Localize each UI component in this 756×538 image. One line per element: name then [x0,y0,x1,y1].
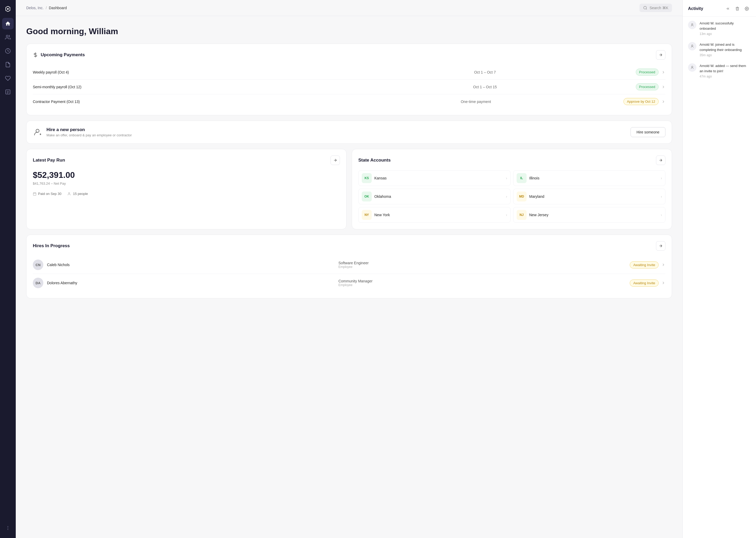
hire-status: Awaiting Invite [630,280,665,287]
latest-pay-run-card: Latest Pay Run $52,391.00 $41,763.24 – N… [26,149,347,229]
state-arrow-icon: › [661,213,662,217]
search-label: Search ⌘K [649,6,668,10]
state-badge: NJ [517,210,527,220]
hires-in-progress-card: Hires In Progress CN Caleb Nichols Softw… [26,235,672,298]
payment-name: Weekly payroll (Oct 4) [33,70,334,74]
sidebar-item-documents[interactable] [2,59,14,71]
hire-row: DA Dolores Abernathy Community Manager E… [33,274,665,292]
pay-run-date-label: Paid on Sep 30 [38,192,62,196]
svg-point-0 [7,8,9,10]
pay-run-title: Latest Pay Run [33,158,65,163]
payment-row-arrow[interactable] [661,70,665,74]
sidebar-item-benefits[interactable] [2,73,14,84]
hire-job-title: Software Engineer [338,261,630,265]
sidebar-item-people[interactable] [2,31,14,43]
activity-item-text: Arnold W. successfully onboarded [699,21,751,31]
svg-point-6 [8,529,8,530]
pay-run-people-label: 15 people [73,192,88,196]
hire-job-title: Community Manager [338,279,630,283]
hire-job-type: Employee [338,265,630,269]
activity-actions [724,5,751,13]
activity-item-time: 13m ago [699,32,751,36]
breadcrumb-separator: / [46,6,47,10]
activity-item: Arnold W. added — send them an invite to… [688,63,751,78]
activity-item-content: Arnold W. added — send them an invite to… [699,63,751,78]
page-content: Good morning, William Upcoming Payments [16,16,683,538]
svg-point-4 [8,526,8,527]
state-accounts-header: State Accounts [358,155,665,165]
payments-expand-button[interactable] [656,50,665,60]
state-row[interactable]: MD Maryland › [513,188,665,204]
state-name: Illinois [529,176,658,180]
activity-item-text: Arnold W. added — send them an invite to… [699,63,751,74]
payment-status-badge: Processed [636,69,659,76]
payment-row: Weekly payroll (Oct 4) Oct 1 – Oct 7 Pro… [33,65,665,80]
activity-collapse-button[interactable] [724,5,732,13]
breadcrumb-page: Dashboard [49,6,67,10]
payments-card-title: Upcoming Payments [41,52,85,58]
activity-panel: Activity Arnold W. successfully onboarde… [683,0,756,538]
payments-title-row: Upcoming Payments [33,52,85,58]
pay-run-expand-button[interactable] [330,155,340,165]
pay-run-date: Paid on Sep 30 [33,192,62,196]
state-name: Maryland [529,194,658,198]
payments-list: Weekly payroll (Oct 4) Oct 1 – Oct 7 Pro… [33,65,665,109]
hire-row-arrow[interactable] [661,263,665,267]
hire-subtitle: Make an offer, onboard & pay an employee… [46,133,132,137]
svg-rect-12 [33,192,36,195]
state-row[interactable]: IL Illinois › [513,170,665,186]
activity-settings-button[interactable] [743,5,751,13]
sidebar-item-payroll[interactable] [2,45,14,57]
hire-title: Hire a new person [46,127,132,133]
pay-run-meta: Paid on Sep 30 15 people [33,192,340,196]
svg-point-7 [644,6,646,9]
content-area: Delos, Inc. / Dashboard Search ⌘K Good m… [16,0,683,538]
state-row[interactable]: OK Oklahoma › [358,188,510,204]
activity-user-icon [688,21,696,29]
payment-row-arrow[interactable] [661,85,665,89]
sidebar-more[interactable] [2,522,14,534]
page-title: Good morning, William [26,27,672,36]
state-badge: NY [362,210,372,220]
activity-item: Arnold W. joined and is completing their… [688,42,751,57]
hire-person-title: Community Manager Employee [338,279,630,287]
state-row[interactable]: KS Kansas › [358,170,510,186]
payment-date: Oct 1 – Oct 15 [334,85,636,89]
payment-status: Processed [636,83,665,90]
search-bar[interactable]: Search ⌘K [639,4,672,12]
svg-point-20 [691,66,693,68]
pay-run-net: $41,763.24 – Net Pay [33,182,340,186]
breadcrumb-company[interactable]: Delos, Inc. [26,6,44,10]
hire-row-arrow[interactable] [661,281,665,285]
breadcrumb: Delos, Inc. / Dashboard [26,6,67,10]
dollar-icon [33,52,38,58]
payment-row: Semi-monthly payroll (Oct 12) Oct 1 – Oc… [33,80,665,94]
activity-item: Arnold W. successfully onboarded 13m ago [688,21,751,36]
hire-card: Hire a new person Make an offer, onboard… [26,121,672,144]
hire-someone-button[interactable]: Hire someone [631,127,665,137]
sidebar-item-reports[interactable] [2,86,14,98]
state-name: Oklahoma [374,194,503,198]
hire-person-info: Dolores Abernathy [47,281,338,285]
payment-date: One-time payment [328,100,624,104]
state-arrow-icon: › [661,194,662,198]
hire-status-badge: Awaiting Invite [630,261,659,268]
activity-item-content: Arnold W. joined and is completing their… [699,42,751,57]
svg-point-18 [691,24,693,25]
activity-item-text: Arnold W. joined and is completing their… [699,42,751,52]
hire-person-name: Dolores Abernathy [47,281,338,285]
activity-trash-button[interactable] [733,5,741,13]
main-wrapper: Delos, Inc. / Dashboard Search ⌘K Good m… [16,0,756,538]
payment-row-arrow[interactable] [661,100,665,104]
hire-row: CN Caleb Nichols Software Engineer Emplo… [33,256,665,274]
state-row[interactable]: NY New York › [358,207,510,223]
state-row[interactable]: NJ New Jersey › [513,207,665,223]
state-accounts-expand-button[interactable] [656,155,665,165]
hire-left: Hire a new person Make an offer, onboard… [33,127,132,137]
svg-point-5 [8,528,8,528]
sidebar-item-home[interactable] [2,18,14,29]
activity-item-time: 47m ago [699,75,751,78]
hires-expand-button[interactable] [656,241,665,250]
hires-header: Hires In Progress [33,241,665,250]
app-logo[interactable] [3,4,13,14]
